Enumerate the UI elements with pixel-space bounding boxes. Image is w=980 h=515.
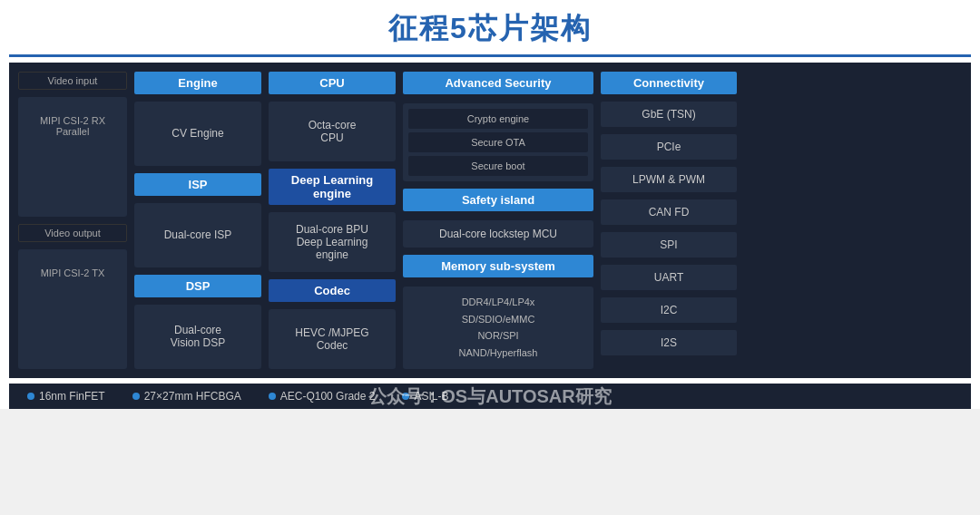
dl-content: Dual-core BPUDeep Learningengine <box>269 212 396 272</box>
crypto-engine-item: Crypto engine <box>408 109 588 129</box>
isp-label: Dual-core ISP <box>164 228 232 241</box>
footer-label-1: 27×27mm HFCBGA <box>144 390 241 403</box>
footer-item-3: ASIL-B <box>402 390 448 403</box>
footer-label-0: 16nm FinFET <box>39 390 105 403</box>
cpu-label: Octa-coreCPU <box>309 119 357 144</box>
memory-content: DDR4/LP4/LP4xSD/SDIO/eMMCNOR/SPINAND/Hyp… <box>403 287 593 369</box>
engine-content: CV Engine <box>134 102 261 166</box>
blue-divider <box>9 54 971 57</box>
connectivity-header: Connectivity <box>601 72 737 94</box>
col-security: Advanced Security Crypto engine Secure O… <box>403 72 593 369</box>
security-items: Crypto engine Secure OTA Secure boot <box>403 103 593 181</box>
footer-bar: 16nm FinFET 27×27mm HFCBGA AEC-Q100 Grad… <box>9 384 971 409</box>
footer-dot-0 <box>27 393 34 400</box>
title-area: 征程5芯片架构 <box>0 0 980 54</box>
video-output-block: MIPI CSI-2 TX <box>18 249 127 369</box>
cpu-header: CPU <box>269 72 396 94</box>
memory-header: Memory sub-system <box>403 255 593 277</box>
engine-header: Engine <box>134 72 261 94</box>
footer-dot-2 <box>269 393 276 400</box>
lockstep-mcu-label: Dual-core lockstep MCU <box>439 228 557 240</box>
isp-header: ISP <box>134 173 261 196</box>
col-engine: Engine CV Engine ISP Dual-core ISP DSP D… <box>134 72 261 369</box>
video-input-content: MIPI CSI-2 RXParallel <box>40 115 105 137</box>
video-input-label: Video input <box>18 72 127 90</box>
footer-label-3: ASIL-B <box>414 390 448 403</box>
conn-gbe: GbE (TSN) <box>601 102 737 127</box>
page-wrapper: 征程5芯片架构 Video input MIPI CSI-2 RXParalle… <box>0 0 980 409</box>
secure-boot-item: Secure boot <box>408 156 588 176</box>
codec-header: Codec <box>269 279 396 302</box>
conn-pcie: PCIe <box>601 134 737 160</box>
codec-label: HEVC /MJPEGCodec <box>295 326 368 352</box>
footer-dot-1 <box>132 393 140 400</box>
dsp-label: Dual-coreVision DSP <box>171 324 225 349</box>
conn-canfd: CAN FD <box>601 199 737 225</box>
conn-i2c: I2C <box>601 297 737 323</box>
memory-label: DDR4/LP4/LP4xSD/SDIO/eMMCNOR/SPINAND/Hyp… <box>459 296 538 358</box>
dsp-header: DSP <box>134 275 261 297</box>
footer-wrapper: 16nm FinFET 27×27mm HFCBGA AEC-Q100 Grad… <box>0 384 980 409</box>
footer-label-2: AEC-Q100 Grade 2 <box>280 390 376 403</box>
dl-label: Dual-core BPUDeep Learningengine <box>296 223 368 261</box>
col-connectivity: Connectivity GbE (TSN) PCIe LPWM & PWM C… <box>601 72 737 369</box>
video-input-block: MIPI CSI-2 RXParallel <box>18 97 127 217</box>
isp-content: Dual-core ISP <box>134 203 261 267</box>
col-video: Video input MIPI CSI-2 RXParallel Video … <box>18 72 127 369</box>
dl-header: Deep Learning engine <box>269 169 396 205</box>
dsp-content: Dual-coreVision DSP <box>134 305 261 369</box>
conn-i2s: I2S <box>601 330 737 355</box>
page-title: 征程5芯片架构 <box>0 9 980 49</box>
footer-dot-3 <box>402 393 409 400</box>
conn-uart: UART <box>601 265 737 290</box>
safety-island-content: Dual-core lockstep MCU <box>403 220 593 248</box>
safety-island-header: Safety island <box>403 189 593 211</box>
main-diagram: Video input MIPI CSI-2 RXParallel Video … <box>9 63 971 378</box>
col-cpu: CPU Octa-coreCPU Deep Learning engine Du… <box>269 72 396 369</box>
video-output-content: MIPI CSI-2 TX <box>41 267 105 278</box>
conn-spi: SPI <box>601 232 737 258</box>
video-output-label: Video output <box>18 224 127 242</box>
footer-item-1: 27×27mm HFCBGA <box>132 390 241 403</box>
conn-lpwm: LPWM & PWM <box>601 167 737 192</box>
footer-item-2: AEC-Q100 Grade 2 <box>269 390 376 403</box>
secure-ota-item: Secure OTA <box>408 132 588 152</box>
cv-engine-label: CV Engine <box>172 127 223 140</box>
codec-content: HEVC /MJPEGCodec <box>269 309 396 369</box>
cpu-content: Octa-coreCPU <box>269 102 396 161</box>
footer-item-0: 16nm FinFET <box>27 390 105 403</box>
advanced-security-header: Advanced Security <box>403 72 593 94</box>
